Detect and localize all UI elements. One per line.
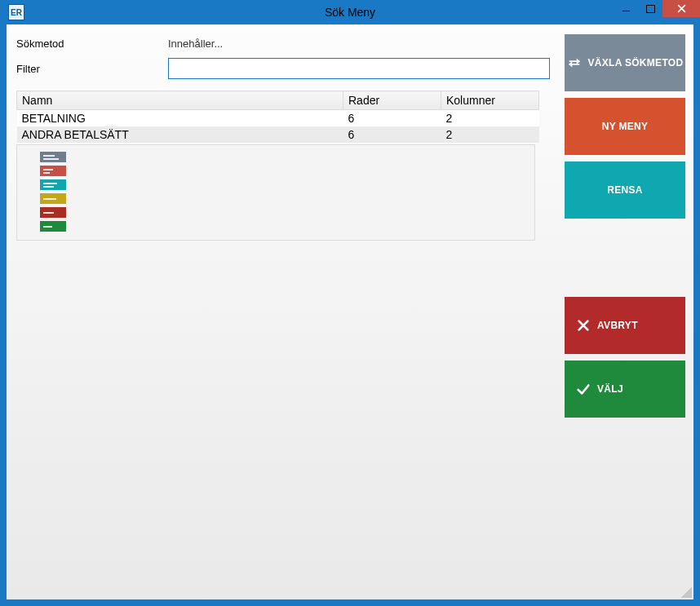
- toggle-search-method-button[interactable]: VÄXLA SÖKMETOD: [565, 34, 685, 91]
- cell-name: BETALNING: [17, 110, 343, 127]
- cancel-icon: [576, 318, 591, 333]
- cell-rows: 6: [343, 110, 441, 127]
- col-header-rows[interactable]: Rader: [343, 91, 441, 110]
- main-panel: Sökmetod Innehåller... Filter Namn Rader…: [7, 24, 560, 599]
- resize-grip[interactable]: [680, 586, 692, 598]
- check-icon: [576, 382, 591, 396]
- swap-icon: [567, 55, 582, 70]
- clear-label: RENSA: [607, 184, 643, 196]
- preview-tile: [40, 166, 66, 176]
- cancel-label: AVBRYT: [597, 320, 638, 331]
- search-method-row: Sökmetod Innehåller...: [16, 38, 550, 50]
- preview-tile: [40, 221, 66, 232]
- results-table: Namn Rader Kolumner BETALNING 6 2 ANDRA …: [16, 91, 539, 143]
- window-controls: [614, 0, 700, 17]
- toggle-search-method-label: VÄXLA SÖKMETOD: [588, 57, 684, 69]
- preview-tile: [40, 193, 66, 204]
- filter-row: Filter: [16, 58, 550, 79]
- col-header-name[interactable]: Namn: [17, 91, 343, 110]
- select-label: VÄLJ: [597, 383, 623, 395]
- close-button[interactable]: [662, 0, 700, 17]
- action-panel: VÄXLA SÖKMETOD NY MENY RENSA AVBRYT VÄLJ: [560, 24, 693, 599]
- filter-label: Filter: [16, 63, 168, 75]
- app-icon: ER: [8, 4, 24, 20]
- search-method-label: Sökmetod: [16, 38, 168, 50]
- preview-tile: [40, 152, 66, 162]
- filter-input[interactable]: [168, 58, 550, 79]
- cell-rows: 6: [343, 126, 441, 143]
- cancel-button[interactable]: AVBRYT: [565, 297, 685, 354]
- preview-tile: [40, 207, 66, 218]
- search-method-value: Innehåller...: [168, 38, 550, 50]
- title-bar: ER Sök Meny: [0, 0, 700, 24]
- table-row[interactable]: BETALNING 6 2: [17, 110, 539, 127]
- window-title: Sök Meny: [0, 6, 700, 19]
- maximize-button[interactable]: [638, 0, 662, 17]
- results-table-wrap: Namn Rader Kolumner BETALNING 6 2 ANDRA …: [16, 91, 550, 241]
- preview-tile: [40, 179, 66, 190]
- new-menu-label: NY MENY: [602, 121, 649, 132]
- cell-cols: 2: [441, 110, 539, 127]
- table-row[interactable]: ANDRA BETALSÄTT 6 2: [17, 126, 539, 143]
- new-menu-button[interactable]: NY MENY: [565, 98, 685, 155]
- col-header-cols[interactable]: Kolumner: [441, 91, 539, 110]
- cell-cols: 2: [441, 126, 539, 143]
- clear-button[interactable]: RENSA: [565, 161, 685, 219]
- menu-preview: [16, 144, 535, 241]
- cell-name: ANDRA BETALSÄTT: [17, 126, 343, 143]
- select-button[interactable]: VÄLJ: [565, 361, 685, 418]
- spacer: [565, 225, 685, 290]
- content-frame: Sökmetod Innehåller... Filter Namn Rader…: [7, 24, 693, 599]
- table-header-row: Namn Rader Kolumner: [17, 91, 539, 110]
- minimize-button[interactable]: [614, 0, 638, 17]
